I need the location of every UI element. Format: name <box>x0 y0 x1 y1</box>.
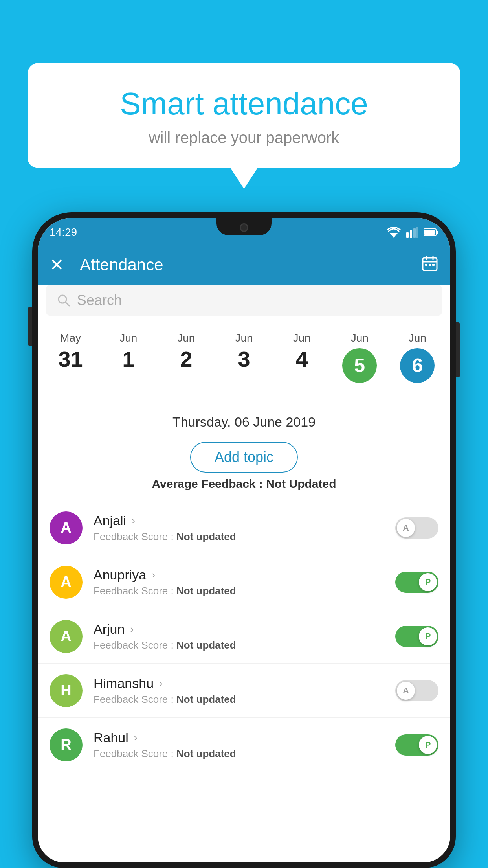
svg-rect-1 <box>406 232 409 238</box>
svg-rect-3 <box>413 228 416 238</box>
wifi-icon <box>387 227 401 238</box>
avatar: A <box>50 511 83 544</box>
avg-feedback: Average Feedback : Not Updated <box>38 477 450 491</box>
speech-bubble-subtitle: will replace your paperwork <box>47 129 441 147</box>
table-row[interactable]: HHimanshu ›Feedback Score : Not updatedA <box>38 664 450 718</box>
avatar: R <box>50 728 83 761</box>
date-month: May <box>60 332 81 344</box>
search-bar[interactable]: Search <box>46 285 442 316</box>
attendance-toggle[interactable]: P <box>395 572 438 593</box>
student-info: Rahul ›Feedback Score : Not updated <box>94 730 395 760</box>
chevron-icon: › <box>132 515 135 527</box>
date-day-selected: 6 <box>400 348 435 383</box>
power-button <box>456 322 460 377</box>
chevron-icon: › <box>159 677 163 690</box>
svg-line-16 <box>65 302 69 306</box>
toggle-knob: P <box>419 736 437 754</box>
table-row[interactable]: AAnjali ›Feedback Score : Not updatedA <box>38 501 450 555</box>
speech-bubble: Smart attendance will replace your paper… <box>28 63 460 168</box>
svg-rect-14 <box>432 264 435 266</box>
student-feedback: Feedback Score : Not updated <box>94 585 395 597</box>
attendance-toggle[interactable]: P <box>395 626 438 647</box>
toggle-knob: P <box>419 627 437 645</box>
student-name: Anjali › <box>94 513 395 528</box>
chevron-icon: › <box>152 569 155 581</box>
date-col-4[interactable]: Jun4 <box>282 332 321 370</box>
chevron-icon: › <box>134 732 138 744</box>
table-row[interactable]: AAnupriya ›Feedback Score : Not updatedP <box>38 555 450 609</box>
student-name: Rahul › <box>94 730 395 745</box>
toggle-knob: A <box>397 519 415 537</box>
status-icons <box>387 227 438 238</box>
date-strip: May31Jun1Jun2Jun3Jun4Jun5Jun6 <box>38 324 450 387</box>
svg-rect-2 <box>410 230 412 238</box>
date-col-6[interactable]: Jun6 <box>398 332 437 383</box>
avg-feedback-label: Average Feedback : <box>152 477 266 490</box>
date-col-0[interactable]: May31 <box>51 332 90 370</box>
signal-icon <box>406 227 418 238</box>
student-feedback: Feedback Score : Not updated <box>94 693 395 706</box>
attendance-toggle[interactable]: P <box>395 734 438 756</box>
student-info: Arjun ›Feedback Score : Not updated <box>94 622 395 651</box>
student-info: Anjali ›Feedback Score : Not updated <box>94 513 395 543</box>
svg-rect-7 <box>424 230 435 235</box>
date-col-1[interactable]: Jun1 <box>109 332 148 370</box>
date-day: 4 <box>296 348 308 370</box>
toggle-knob: A <box>397 682 415 700</box>
date-day: 1 <box>122 348 134 370</box>
date-col-3[interactable]: Jun3 <box>224 332 264 370</box>
toggle-knob: P <box>419 573 437 591</box>
student-info: Anupriya ›Feedback Score : Not updated <box>94 567 395 597</box>
phone-screen: 14:29 <box>38 218 450 862</box>
date-col-5[interactable]: Jun5 <box>340 332 379 383</box>
date-day-selected: 5 <box>342 348 377 383</box>
date-month: Jun <box>235 332 253 344</box>
student-info: Himanshu ›Feedback Score : Not updated <box>94 676 395 706</box>
chevron-icon: › <box>130 623 134 635</box>
search-placeholder: Search <box>77 292 122 309</box>
svg-rect-4 <box>416 227 418 238</box>
student-feedback: Feedback Score : Not updated <box>94 639 395 651</box>
search-icon <box>57 293 71 307</box>
avatar: A <box>50 620 83 653</box>
svg-rect-6 <box>437 231 438 234</box>
date-month: Jun <box>119 332 137 344</box>
svg-marker-0 <box>390 233 398 238</box>
app-bar: ✕ Attendance <box>38 245 450 285</box>
date-month: Jun <box>177 332 195 344</box>
student-name: Arjun › <box>94 622 395 637</box>
student-name: Anupriya › <box>94 567 395 583</box>
notch-camera <box>240 223 248 232</box>
selected-date-label: Thursday, 06 June 2019 <box>38 414 450 430</box>
avatar: H <box>50 674 83 707</box>
student-name: Himanshu › <box>94 676 395 691</box>
avatar: A <box>50 566 83 599</box>
student-feedback: Feedback Score : Not updated <box>94 531 395 543</box>
date-col-2[interactable]: Jun2 <box>167 332 206 370</box>
battery-icon <box>424 228 438 237</box>
status-time: 14:29 <box>50 226 77 239</box>
volume-button <box>28 307 32 346</box>
app-title: Attendance <box>80 256 163 274</box>
phone-notch <box>216 218 272 235</box>
date-day: 2 <box>180 348 192 370</box>
date-month: Jun <box>293 332 311 344</box>
attendance-toggle[interactable]: A <box>395 680 438 701</box>
date-day: 3 <box>238 348 250 370</box>
add-topic-button[interactable]: Add topic <box>190 442 298 473</box>
speech-bubble-title: Smart attendance <box>47 86 441 121</box>
date-month: Jun <box>409 332 426 344</box>
table-row[interactable]: RRahul ›Feedback Score : Not updatedP <box>38 718 450 772</box>
date-day: 31 <box>58 348 83 370</box>
attendance-toggle[interactable]: A <box>395 517 438 539</box>
student-list: AAnjali ›Feedback Score : Not updatedAAA… <box>38 501 450 862</box>
date-month: Jun <box>351 332 369 344</box>
avg-feedback-value: Not Updated <box>266 477 336 490</box>
table-row[interactable]: AArjun ›Feedback Score : Not updatedP <box>38 609 450 664</box>
student-feedback: Feedback Score : Not updated <box>94 748 395 760</box>
svg-rect-12 <box>425 264 427 266</box>
svg-rect-13 <box>429 264 431 266</box>
calendar-icon[interactable] <box>421 255 438 276</box>
phone-frame: 14:29 <box>32 212 456 868</box>
close-button[interactable]: ✕ <box>50 256 64 274</box>
